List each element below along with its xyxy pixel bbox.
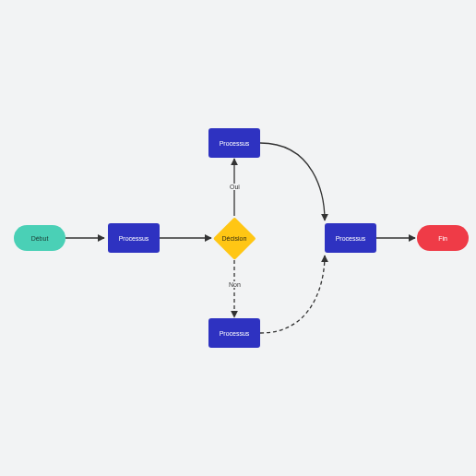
node-process-1-label: Processus [119, 235, 149, 242]
node-start[interactable]: Début [14, 225, 65, 251]
node-end[interactable]: Fin [417, 225, 469, 251]
node-start-label: Début [31, 235, 49, 242]
node-decision[interactable]: Décision [213, 217, 256, 259]
edge-label-no: Non [228, 281, 242, 288]
flowchart-canvas: Début Processus Décision Processus Proce… [0, 0, 476, 476]
edge-label-yes: Oui [229, 184, 241, 190]
edge-top-process4 [260, 143, 325, 220]
node-end-label: Fin [438, 235, 447, 242]
node-process-1[interactable]: Processus [108, 223, 160, 253]
node-process-top[interactable]: Processus [208, 128, 260, 158]
edge-bottom-process4 [260, 256, 325, 333]
node-process-right-label: Processus [336, 235, 366, 242]
node-process-bottom[interactable]: Processus [208, 318, 260, 348]
node-process-right[interactable]: Processus [325, 223, 376, 253]
node-process-top-label: Processus [220, 140, 250, 147]
node-decision-label: Décision [213, 217, 256, 259]
node-process-bottom-label: Processus [220, 330, 250, 337]
